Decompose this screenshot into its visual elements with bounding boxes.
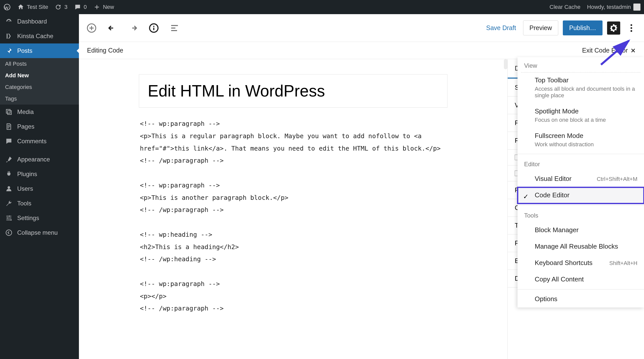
settings-toggle-button[interactable] xyxy=(607,21,620,35)
check-icon: ✓ xyxy=(523,193,529,201)
comments-link[interactable]: 0 xyxy=(74,4,87,11)
sidebar-item-categories[interactable]: Categories xyxy=(0,81,79,93)
outline-button[interactable] xyxy=(168,21,181,35)
redo-button[interactable] xyxy=(126,21,140,35)
popover-section-view: View xyxy=(518,57,644,72)
menu-item-options[interactable]: Options xyxy=(518,291,644,307)
wp-logo[interactable] xyxy=(4,4,11,11)
editor-toolbar: Save Draft Preview Publish… xyxy=(79,14,644,42)
more-menu-button[interactable] xyxy=(625,21,638,35)
exit-code-editor-button[interactable]: Exit Code Editor xyxy=(582,47,636,54)
sidebar-label: Collapse menu xyxy=(17,229,58,236)
sidebar-collapse[interactable]: Collapse menu xyxy=(0,225,79,240)
menu-item-copy-all[interactable]: Copy All Content xyxy=(518,271,644,288)
divider xyxy=(518,205,644,205)
menu-item-block-manager[interactable]: Block Manager xyxy=(518,222,644,238)
sidebar-item-kinsta[interactable]: Kinsta Cache xyxy=(0,29,79,43)
menu-item-code-editor[interactable]: ✓ Code Editor xyxy=(518,187,644,204)
sidebar-item-users[interactable]: Users xyxy=(0,181,79,196)
sidebar-item-tools[interactable]: Tools xyxy=(0,196,79,211)
editor: Save Draft Preview Publish… Editing Code… xyxy=(79,14,644,359)
sidebar-item-posts[interactable]: Posts xyxy=(0,43,79,58)
collapse-icon xyxy=(5,229,13,236)
menu-item-desc: Access all block and document tools in a… xyxy=(535,86,637,99)
updates-count: 3 xyxy=(64,4,67,10)
admin-bar: Test Site 3 0 New Clear Cache Howdy, tes… xyxy=(0,0,644,14)
media-icon xyxy=(5,108,13,116)
more-menu-popover: View Top Toolbar Access all block and do… xyxy=(518,57,644,307)
sidebar-item-dashboard[interactable]: Dashboard xyxy=(0,14,79,29)
comment-icon xyxy=(74,4,81,11)
menu-item-title: Code Editor xyxy=(535,191,637,199)
sidebar-item-settings[interactable]: Settings xyxy=(0,211,79,225)
howdy-text: Howdy, testadmin xyxy=(587,4,631,10)
new-link[interactable]: New xyxy=(93,4,114,11)
undo-button[interactable] xyxy=(106,21,119,35)
pin-icon xyxy=(5,47,13,55)
sidebar-item-all-posts[interactable]: All Posts xyxy=(0,58,79,70)
scrollbar[interactable] xyxy=(504,59,507,69)
updates-link[interactable]: 3 xyxy=(55,4,67,11)
gear-icon xyxy=(609,23,619,33)
svg-point-3 xyxy=(7,218,9,219)
sidebar-label: Media xyxy=(17,108,34,115)
preview-button[interactable]: Preview xyxy=(523,20,558,35)
site-link[interactable]: Test Site xyxy=(17,4,48,11)
more-vertical-icon xyxy=(626,23,636,33)
sidebar-item-add-new[interactable]: Add New xyxy=(0,70,79,81)
sidebar-item-media[interactable]: Media xyxy=(0,105,79,119)
user-icon xyxy=(5,185,13,193)
sidebar-label: Settings xyxy=(17,214,39,222)
sliders-icon xyxy=(5,214,13,222)
exit-code-label: Exit Code Editor xyxy=(582,47,628,54)
info-button[interactable] xyxy=(147,21,160,35)
divider xyxy=(518,289,644,290)
svg-point-9 xyxy=(631,24,632,26)
menu-item-fullscreen[interactable]: Fullscreen Mode Work without distraction xyxy=(518,128,644,152)
home-icon xyxy=(17,4,24,11)
avatar xyxy=(633,4,640,11)
new-label: New xyxy=(103,4,114,10)
sidebar-label: Pages xyxy=(17,123,34,130)
menu-item-spotlight[interactable]: Spotlight Mode Focus on one block at a t… xyxy=(518,103,644,128)
divider xyxy=(518,154,644,154)
publish-button[interactable]: Publish… xyxy=(563,20,603,35)
svg-point-5 xyxy=(6,230,12,236)
menu-item-shortcut: Shift+Alt+H xyxy=(609,260,637,267)
menu-item-title: Spotlight Mode xyxy=(535,107,637,115)
sidebar-label: Dashboard xyxy=(17,18,47,25)
menu-item-keyboard-shortcuts[interactable]: Keyboard Shortcuts Shift+Alt+H xyxy=(518,255,644,271)
wrench-icon xyxy=(5,200,13,207)
svg-point-10 xyxy=(631,27,632,29)
sidebar-item-tags[interactable]: Tags xyxy=(0,93,79,105)
pages-icon xyxy=(5,123,13,130)
add-block-button[interactable] xyxy=(85,21,98,35)
brush-icon xyxy=(5,156,13,163)
plugin-icon xyxy=(5,170,13,178)
editor-subheader: Editing Code Exit Code Editor xyxy=(79,42,644,59)
menu-item-reusable-blocks[interactable]: Manage All Reusable Blocks xyxy=(518,238,644,255)
post-title-input[interactable]: Edit HTML in WordPress xyxy=(139,74,447,108)
menu-item-visual-editor[interactable]: Visual Editor Ctrl+Shift+Alt+M xyxy=(518,171,644,187)
save-draft-button[interactable]: Save Draft xyxy=(484,24,519,32)
popover-section-editor: Editor xyxy=(518,156,644,171)
sidebar-label: Appearance xyxy=(17,156,50,163)
svg-point-2 xyxy=(9,216,10,217)
menu-item-title: Fullscreen Mode xyxy=(535,132,637,140)
sidebar-item-pages[interactable]: Pages xyxy=(0,119,79,134)
post-code-textarea[interactable]: <!-- wp:paragraph --> <p>This is a regul… xyxy=(139,118,447,315)
sidebar-item-plugins[interactable]: Plugins xyxy=(0,167,79,181)
sidebar-label: Kinsta Cache xyxy=(17,33,53,40)
menu-item-desc: Work without distraction xyxy=(535,141,637,148)
admin-sidebar: Dashboard Kinsta Cache Posts All Posts A… xyxy=(0,14,79,359)
sidebar-item-comments[interactable]: Comments xyxy=(0,134,79,149)
svg-point-1 xyxy=(8,186,10,189)
comments-count: 0 xyxy=(84,4,87,10)
clear-cache-link[interactable]: Clear Cache xyxy=(550,4,581,10)
svg-point-4 xyxy=(10,219,12,221)
menu-item-top-toolbar[interactable]: Top Toolbar Access all block and documen… xyxy=(518,72,644,103)
close-icon xyxy=(630,48,636,53)
plus-icon xyxy=(93,4,100,11)
sidebar-item-appearance[interactable]: Appearance xyxy=(0,152,79,167)
howdy-link[interactable]: Howdy, testadmin xyxy=(587,4,640,11)
